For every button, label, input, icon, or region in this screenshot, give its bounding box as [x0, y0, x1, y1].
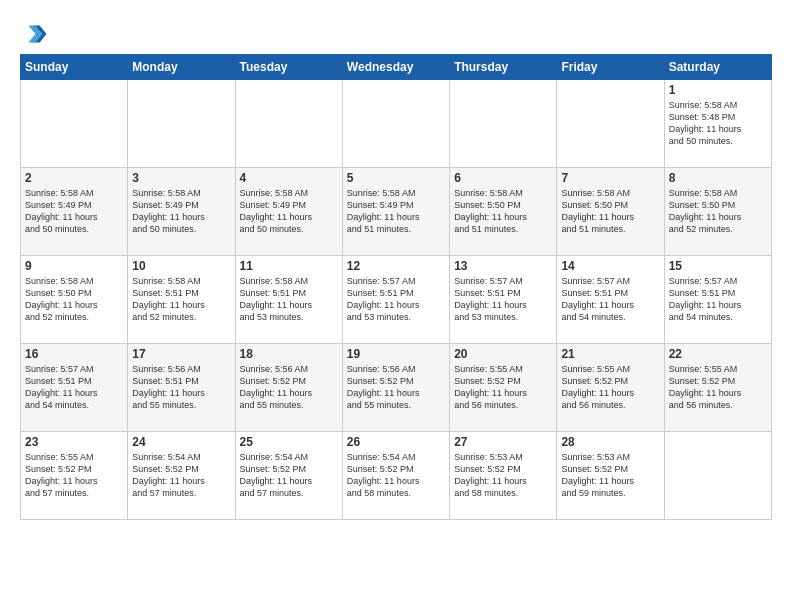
calendar-cell: 3Sunrise: 5:58 AM Sunset: 5:49 PM Daylig…	[128, 168, 235, 256]
day-info: Sunrise: 5:53 AM Sunset: 5:52 PM Dayligh…	[561, 451, 659, 500]
calendar-cell: 28Sunrise: 5:53 AM Sunset: 5:52 PM Dayli…	[557, 432, 664, 520]
calendar-cell: 26Sunrise: 5:54 AM Sunset: 5:52 PM Dayli…	[342, 432, 449, 520]
weekday-header: Friday	[557, 55, 664, 80]
calendar-cell: 9Sunrise: 5:58 AM Sunset: 5:50 PM Daylig…	[21, 256, 128, 344]
weekday-header: Monday	[128, 55, 235, 80]
calendar-cell: 21Sunrise: 5:55 AM Sunset: 5:52 PM Dayli…	[557, 344, 664, 432]
day-info: Sunrise: 5:54 AM Sunset: 5:52 PM Dayligh…	[240, 451, 338, 500]
calendar-cell: 10Sunrise: 5:58 AM Sunset: 5:51 PM Dayli…	[128, 256, 235, 344]
day-number: 12	[347, 259, 445, 273]
calendar-cell: 14Sunrise: 5:57 AM Sunset: 5:51 PM Dayli…	[557, 256, 664, 344]
day-number: 15	[669, 259, 767, 273]
day-info: Sunrise: 5:58 AM Sunset: 5:48 PM Dayligh…	[669, 99, 767, 148]
day-number: 4	[240, 171, 338, 185]
calendar-cell: 19Sunrise: 5:56 AM Sunset: 5:52 PM Dayli…	[342, 344, 449, 432]
calendar-cell: 16Sunrise: 5:57 AM Sunset: 5:51 PM Dayli…	[21, 344, 128, 432]
day-number: 14	[561, 259, 659, 273]
day-number: 21	[561, 347, 659, 361]
calendar-cell	[557, 80, 664, 168]
day-number: 2	[25, 171, 123, 185]
calendar-cell: 13Sunrise: 5:57 AM Sunset: 5:51 PM Dayli…	[450, 256, 557, 344]
day-number: 13	[454, 259, 552, 273]
day-number: 11	[240, 259, 338, 273]
day-info: Sunrise: 5:58 AM Sunset: 5:51 PM Dayligh…	[132, 275, 230, 324]
day-number: 17	[132, 347, 230, 361]
day-number: 16	[25, 347, 123, 361]
logo	[20, 20, 52, 48]
calendar-cell: 11Sunrise: 5:58 AM Sunset: 5:51 PM Dayli…	[235, 256, 342, 344]
weekday-header: Wednesday	[342, 55, 449, 80]
day-number: 8	[669, 171, 767, 185]
day-info: Sunrise: 5:55 AM Sunset: 5:52 PM Dayligh…	[669, 363, 767, 412]
day-info: Sunrise: 5:54 AM Sunset: 5:52 PM Dayligh…	[132, 451, 230, 500]
day-info: Sunrise: 5:57 AM Sunset: 5:51 PM Dayligh…	[347, 275, 445, 324]
logo-icon	[20, 20, 48, 48]
weekday-header: Sunday	[21, 55, 128, 80]
calendar-week-row: 2Sunrise: 5:58 AM Sunset: 5:49 PM Daylig…	[21, 168, 772, 256]
weekday-header: Tuesday	[235, 55, 342, 80]
day-number: 9	[25, 259, 123, 273]
weekday-header: Thursday	[450, 55, 557, 80]
day-info: Sunrise: 5:57 AM Sunset: 5:51 PM Dayligh…	[454, 275, 552, 324]
calendar-cell: 27Sunrise: 5:53 AM Sunset: 5:52 PM Dayli…	[450, 432, 557, 520]
calendar-cell: 12Sunrise: 5:57 AM Sunset: 5:51 PM Dayli…	[342, 256, 449, 344]
calendar-week-row: 9Sunrise: 5:58 AM Sunset: 5:50 PM Daylig…	[21, 256, 772, 344]
day-info: Sunrise: 5:55 AM Sunset: 5:52 PM Dayligh…	[561, 363, 659, 412]
calendar-cell	[235, 80, 342, 168]
weekday-header: Saturday	[664, 55, 771, 80]
calendar-cell	[342, 80, 449, 168]
calendar-cell: 24Sunrise: 5:54 AM Sunset: 5:52 PM Dayli…	[128, 432, 235, 520]
day-info: Sunrise: 5:56 AM Sunset: 5:52 PM Dayligh…	[347, 363, 445, 412]
day-info: Sunrise: 5:56 AM Sunset: 5:52 PM Dayligh…	[240, 363, 338, 412]
day-info: Sunrise: 5:53 AM Sunset: 5:52 PM Dayligh…	[454, 451, 552, 500]
day-number: 1	[669, 83, 767, 97]
calendar-cell: 20Sunrise: 5:55 AM Sunset: 5:52 PM Dayli…	[450, 344, 557, 432]
day-number: 26	[347, 435, 445, 449]
calendar-cell: 6Sunrise: 5:58 AM Sunset: 5:50 PM Daylig…	[450, 168, 557, 256]
day-info: Sunrise: 5:58 AM Sunset: 5:50 PM Dayligh…	[454, 187, 552, 236]
calendar-cell: 17Sunrise: 5:56 AM Sunset: 5:51 PM Dayli…	[128, 344, 235, 432]
day-info: Sunrise: 5:55 AM Sunset: 5:52 PM Dayligh…	[25, 451, 123, 500]
day-number: 24	[132, 435, 230, 449]
calendar-week-row: 1Sunrise: 5:58 AM Sunset: 5:48 PM Daylig…	[21, 80, 772, 168]
calendar-cell: 18Sunrise: 5:56 AM Sunset: 5:52 PM Dayli…	[235, 344, 342, 432]
day-number: 19	[347, 347, 445, 361]
calendar-week-row: 23Sunrise: 5:55 AM Sunset: 5:52 PM Dayli…	[21, 432, 772, 520]
header	[20, 16, 772, 48]
day-number: 27	[454, 435, 552, 449]
day-info: Sunrise: 5:58 AM Sunset: 5:49 PM Dayligh…	[132, 187, 230, 236]
day-number: 23	[25, 435, 123, 449]
calendar-cell	[664, 432, 771, 520]
day-info: Sunrise: 5:58 AM Sunset: 5:51 PM Dayligh…	[240, 275, 338, 324]
day-number: 18	[240, 347, 338, 361]
day-number: 25	[240, 435, 338, 449]
calendar-cell: 25Sunrise: 5:54 AM Sunset: 5:52 PM Dayli…	[235, 432, 342, 520]
calendar-cell	[21, 80, 128, 168]
day-info: Sunrise: 5:58 AM Sunset: 5:50 PM Dayligh…	[561, 187, 659, 236]
day-info: Sunrise: 5:58 AM Sunset: 5:49 PM Dayligh…	[240, 187, 338, 236]
day-number: 22	[669, 347, 767, 361]
day-number: 28	[561, 435, 659, 449]
day-number: 5	[347, 171, 445, 185]
day-number: 10	[132, 259, 230, 273]
day-info: Sunrise: 5:58 AM Sunset: 5:49 PM Dayligh…	[25, 187, 123, 236]
day-number: 6	[454, 171, 552, 185]
weekday-header-row: SundayMondayTuesdayWednesdayThursdayFrid…	[21, 55, 772, 80]
day-info: Sunrise: 5:57 AM Sunset: 5:51 PM Dayligh…	[561, 275, 659, 324]
day-number: 20	[454, 347, 552, 361]
day-number: 3	[132, 171, 230, 185]
calendar-week-row: 16Sunrise: 5:57 AM Sunset: 5:51 PM Dayli…	[21, 344, 772, 432]
calendar-cell: 1Sunrise: 5:58 AM Sunset: 5:48 PM Daylig…	[664, 80, 771, 168]
calendar-cell: 7Sunrise: 5:58 AM Sunset: 5:50 PM Daylig…	[557, 168, 664, 256]
day-info: Sunrise: 5:58 AM Sunset: 5:50 PM Dayligh…	[25, 275, 123, 324]
calendar-cell: 4Sunrise: 5:58 AM Sunset: 5:49 PM Daylig…	[235, 168, 342, 256]
day-number: 7	[561, 171, 659, 185]
day-info: Sunrise: 5:56 AM Sunset: 5:51 PM Dayligh…	[132, 363, 230, 412]
page: SundayMondayTuesdayWednesdayThursdayFrid…	[0, 0, 792, 612]
day-info: Sunrise: 5:54 AM Sunset: 5:52 PM Dayligh…	[347, 451, 445, 500]
calendar-cell: 23Sunrise: 5:55 AM Sunset: 5:52 PM Dayli…	[21, 432, 128, 520]
calendar-cell: 22Sunrise: 5:55 AM Sunset: 5:52 PM Dayli…	[664, 344, 771, 432]
calendar-cell	[128, 80, 235, 168]
day-info: Sunrise: 5:55 AM Sunset: 5:52 PM Dayligh…	[454, 363, 552, 412]
day-info: Sunrise: 5:58 AM Sunset: 5:49 PM Dayligh…	[347, 187, 445, 236]
